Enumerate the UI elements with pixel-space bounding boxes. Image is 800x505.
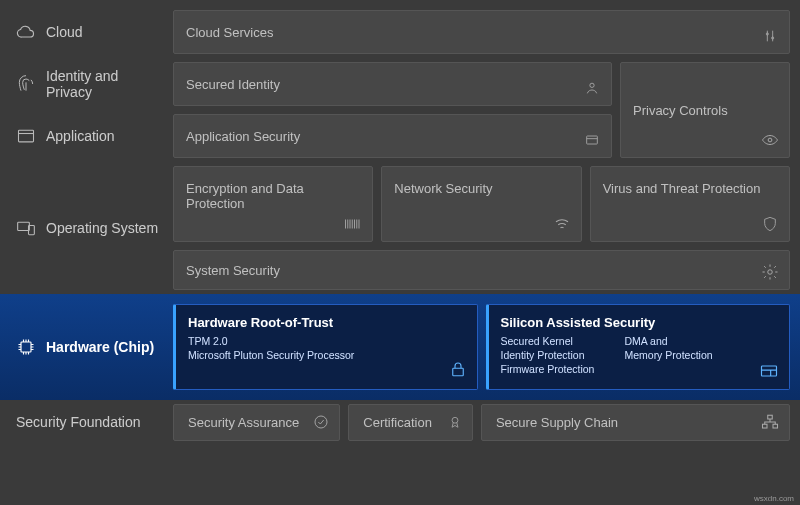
card-virus-threat[interactable]: Virus and Threat Protection: [590, 166, 790, 242]
card-subtext: Firmware Protection: [501, 362, 595, 376]
lock-icon: [449, 359, 467, 379]
card-title: System Security: [186, 263, 280, 278]
card-title: Privacy Controls: [633, 103, 728, 118]
card-subtext: Identity Protection: [501, 348, 595, 362]
card-subtext: Secured Kernel: [501, 334, 595, 348]
pill-security-assurance[interactable]: Security Assurance: [173, 404, 340, 441]
card-subtext: TPM 2.0: [188, 334, 465, 348]
fingerprint-icon: [16, 74, 36, 94]
card-silicon-assisted-security[interactable]: Silicon Assisted Security Secured Kernel…: [486, 304, 791, 390]
svg-rect-4: [587, 136, 598, 144]
eye-icon: [761, 131, 779, 149]
layer-label-text: Application: [46, 128, 115, 144]
card-hardware-root-of-trust[interactable]: Hardware Root-of-Trust TPM 2.0 Microsoft…: [173, 304, 478, 390]
shield-icon: [761, 215, 779, 233]
layer-label-text: Hardware (Chip): [46, 339, 154, 355]
window-icon: [16, 126, 36, 146]
svg-point-2: [590, 83, 594, 87]
pill-label: Secure Supply Chain: [496, 415, 618, 430]
check-circle-icon: [313, 414, 329, 430]
card-title: Application Security: [186, 129, 300, 144]
layer-application: Application: [10, 114, 165, 158]
card-privacy-controls[interactable]: Privacy Controls: [620, 62, 790, 158]
card-system-security[interactable]: System Security: [173, 250, 790, 290]
ribbon-icon: [448, 413, 462, 431]
card-network-security[interactable]: Network Security: [381, 166, 581, 242]
svg-rect-11: [762, 366, 777, 376]
layer-os: Operating System: [10, 166, 165, 290]
gear-icon: [761, 263, 779, 281]
cloud-icon: [16, 22, 36, 42]
card-chip-icon: [759, 363, 779, 379]
svg-point-8: [768, 270, 773, 275]
card-title: Silicon Assisted Security: [501, 315, 778, 330]
layer-label-text: Operating System: [46, 220, 158, 236]
watermark-text: wsxdn.com: [754, 494, 794, 503]
card-title: Hardware Root-of-Trust: [188, 315, 465, 330]
card-title: Network Security: [394, 177, 492, 196]
chip-icon: [16, 337, 36, 357]
card-secured-identity[interactable]: Secured Identity: [173, 62, 612, 106]
pill-label: Certification: [363, 415, 432, 430]
devices-icon: [16, 218, 36, 238]
card-title: Virus and Threat Protection: [603, 177, 761, 196]
card-cloud-services[interactable]: Cloud Services: [173, 10, 790, 54]
layer-cloud: Cloud: [10, 10, 165, 54]
layer-foundation: Security Foundation: [10, 404, 165, 441]
pill-certification[interactable]: Certification: [348, 404, 473, 441]
card-title: Secured Identity: [186, 77, 280, 92]
layer-identity: Identity and Privacy: [10, 62, 165, 106]
svg-rect-3: [19, 130, 34, 142]
card-subtext: DMA and: [624, 334, 712, 348]
card-subtext: Memory Protection: [624, 348, 712, 362]
barcode-icon: [344, 215, 362, 233]
card-application-security[interactable]: Application Security: [173, 114, 612, 158]
svg-point-13: [452, 417, 458, 423]
layer-label-text: Identity and Privacy: [46, 68, 165, 100]
layer-label-text: Security Foundation: [16, 414, 141, 430]
svg-rect-6: [18, 222, 30, 230]
layer-label-text: Cloud: [46, 24, 83, 40]
svg-rect-15: [763, 424, 768, 428]
svg-point-12: [315, 416, 327, 428]
layer-hardware-row: Hardware (Chip) Hardware Root-of-Trust T…: [0, 294, 800, 400]
pill-label: Security Assurance: [188, 415, 299, 430]
svg-point-5: [768, 138, 772, 142]
svg-rect-9: [21, 342, 31, 352]
person-icon: [583, 79, 601, 97]
pill-secure-supply-chain[interactable]: Secure Supply Chain: [481, 404, 790, 441]
hierarchy-icon: [761, 414, 779, 430]
sliders-icon: [761, 27, 779, 45]
card-subtext: Microsoft Pluton Security Processor: [188, 348, 465, 362]
svg-rect-10: [452, 368, 463, 376]
window-small-icon: [583, 131, 601, 149]
card-title: Cloud Services: [186, 25, 273, 40]
svg-rect-14: [768, 415, 773, 419]
card-title: Encryption and Data Protection: [186, 177, 360, 211]
svg-rect-16: [773, 424, 778, 428]
layer-hardware: Hardware (Chip): [10, 304, 165, 390]
wifi-icon: [553, 215, 571, 233]
card-encryption[interactable]: Encryption and Data Protection: [173, 166, 373, 242]
